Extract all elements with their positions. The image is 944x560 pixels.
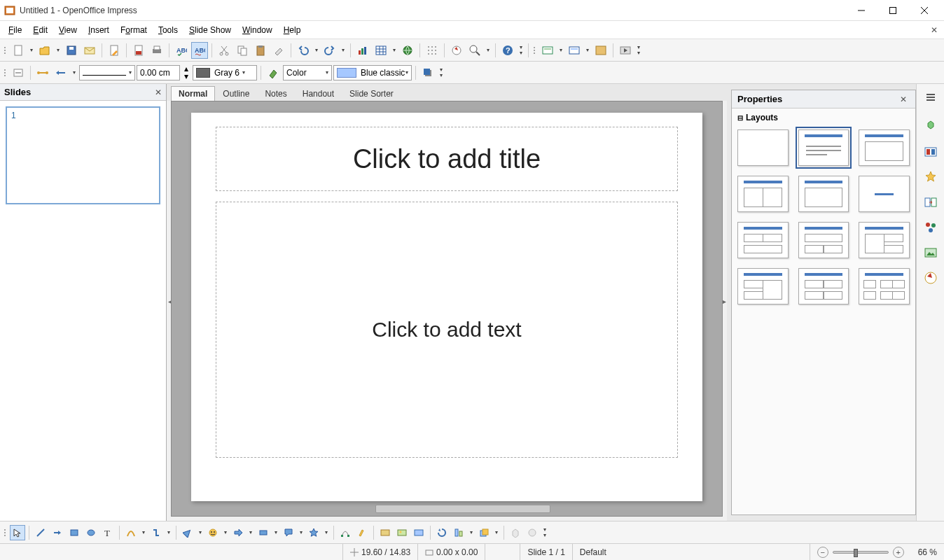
basic-shapes-button[interactable] bbox=[180, 525, 195, 540]
export-pdf-button[interactable] bbox=[130, 42, 147, 59]
arrow-ends-dropdown[interactable]: ▾ bbox=[71, 69, 78, 76]
status-template[interactable]: Default bbox=[573, 544, 810, 560]
layout-title-content[interactable] bbox=[798, 130, 849, 166]
ellipse-tool-button[interactable] bbox=[83, 525, 99, 540]
help-button[interactable]: ? bbox=[499, 42, 516, 59]
save-button[interactable] bbox=[63, 42, 80, 59]
hyperlink-button[interactable] bbox=[399, 42, 416, 59]
close-document-button[interactable]: ✕ bbox=[927, 21, 941, 38]
redo-dropdown[interactable]: ▾ bbox=[340, 47, 347, 53]
view-tab-sorter[interactable]: Slide Sorter bbox=[342, 86, 401, 102]
zoom-in-button[interactable]: + bbox=[893, 547, 904, 558]
stars-dropdown[interactable]: ▾ bbox=[323, 529, 330, 536]
slide-layout-button[interactable] bbox=[592, 42, 609, 59]
sidebar-styles-icon[interactable] bbox=[922, 218, 940, 237]
navigator-button[interactable] bbox=[448, 42, 465, 59]
fill-color-select[interactable]: Blue classic▾ bbox=[333, 65, 412, 80]
line-width-down[interactable]: ▾ bbox=[181, 73, 191, 80]
sidebar-navigator-icon[interactable] bbox=[922, 269, 940, 287]
toolbar-grip[interactable] bbox=[3, 47, 7, 54]
view-tab-notes[interactable]: Notes bbox=[257, 86, 294, 102]
points-button[interactable] bbox=[338, 525, 353, 540]
toolbar-overflow-3[interactable]: ▾▾ bbox=[438, 64, 445, 81]
table-button[interactable] bbox=[373, 42, 389, 59]
toolbar-grip-3[interactable] bbox=[3, 69, 7, 76]
slide-thumbnail[interactable]: 1 bbox=[6, 106, 160, 204]
rectangle-tool-button[interactable] bbox=[67, 525, 82, 540]
layout-title-only[interactable] bbox=[859, 130, 910, 166]
gallery-button[interactable] bbox=[411, 525, 426, 540]
content-placeholder[interactable]: Click to add text bbox=[216, 202, 678, 458]
slide-button[interactable] bbox=[539, 42, 556, 59]
open-dropdown[interactable]: ▾ bbox=[55, 47, 62, 53]
undo-dropdown[interactable]: ▾ bbox=[313, 47, 320, 53]
arrow-tool-button[interactable] bbox=[50, 525, 65, 540]
spellcheck-button[interactable]: ABC bbox=[173, 42, 190, 59]
undo-button[interactable] bbox=[295, 42, 312, 59]
layout-two-left-one-right[interactable] bbox=[737, 268, 789, 304]
slide-design-button[interactable] bbox=[566, 42, 583, 59]
sidebar-gallery-icon[interactable] bbox=[922, 244, 940, 262]
menu-insert[interactable]: Insert bbox=[83, 21, 115, 38]
format-paintbrush-button[interactable] bbox=[270, 42, 287, 59]
toolbar-grip-4[interactable] bbox=[3, 529, 7, 536]
line-style-select[interactable]: ▾ bbox=[79, 65, 135, 80]
sidebar-properties-icon[interactable] bbox=[922, 118, 940, 136]
area-style-button[interactable] bbox=[265, 64, 282, 81]
layout-one-over-two[interactable] bbox=[798, 222, 849, 258]
interaction-button[interactable] bbox=[525, 525, 540, 540]
symbol-shapes-button[interactable] bbox=[205, 525, 221, 540]
window-maximize-button[interactable] bbox=[877, 0, 908, 21]
email-button[interactable] bbox=[81, 42, 98, 59]
sidebar-custom-animation-icon[interactable] bbox=[922, 168, 940, 186]
view-tab-normal[interactable]: Normal bbox=[171, 86, 215, 102]
alignment-dropdown[interactable]: ▾ bbox=[468, 529, 475, 536]
callouts-button[interactable] bbox=[281, 525, 296, 540]
table-dropdown[interactable]: ▾ bbox=[391, 47, 398, 53]
menu-window[interactable]: Window bbox=[237, 21, 278, 38]
horizontal-scrollbar[interactable] bbox=[375, 505, 550, 513]
view-tab-outline[interactable]: Outline bbox=[215, 86, 257, 102]
layout-left-two-right[interactable] bbox=[859, 222, 910, 258]
rotate-button[interactable] bbox=[434, 525, 450, 540]
slide[interactable]: Click to add title Click to add text bbox=[191, 113, 702, 501]
zoom-slider[interactable] bbox=[833, 551, 889, 554]
connector-dropdown[interactable]: ▾ bbox=[165, 529, 172, 536]
layout-six-content[interactable] bbox=[859, 268, 910, 304]
callouts-dropdown[interactable]: ▾ bbox=[298, 529, 305, 536]
gluepoints-button[interactable] bbox=[354, 525, 370, 540]
layout-title-content-2[interactable] bbox=[798, 176, 849, 212]
properties-panel-close-button[interactable]: ✕ bbox=[897, 94, 910, 104]
menu-edit[interactable]: Edit bbox=[27, 21, 53, 38]
menu-tools[interactable]: Tools bbox=[153, 21, 183, 38]
window-close-button[interactable] bbox=[908, 0, 940, 21]
line-tool-button[interactable] bbox=[33, 525, 48, 540]
chart-button[interactable] bbox=[354, 42, 371, 59]
from-file-button[interactable] bbox=[394, 525, 410, 540]
symbol-shapes-dropdown[interactable]: ▾ bbox=[222, 529, 229, 536]
arrow-style-button[interactable] bbox=[10, 64, 27, 81]
title-placeholder[interactable]: Click to add title bbox=[216, 127, 678, 191]
arrange-button[interactable] bbox=[476, 525, 492, 540]
print-button[interactable] bbox=[148, 42, 165, 59]
sidebar-master-pages-icon[interactable] bbox=[922, 143, 940, 161]
redo-button[interactable] bbox=[321, 42, 338, 59]
layout-centered-text[interactable] bbox=[859, 176, 910, 212]
grid-button[interactable] bbox=[424, 42, 440, 59]
layout-two-over-one[interactable] bbox=[737, 222, 789, 258]
text-tool-button[interactable]: T bbox=[100, 525, 116, 540]
block-arrows-button[interactable] bbox=[230, 525, 246, 540]
layout-two-content[interactable] bbox=[737, 176, 789, 212]
presentation-button[interactable] bbox=[617, 42, 634, 59]
fill-mode-select[interactable]: Color▾ bbox=[283, 65, 332, 80]
select-tool-button[interactable] bbox=[10, 525, 25, 540]
paste-button[interactable] bbox=[252, 42, 269, 59]
toolbar-grip-2[interactable] bbox=[532, 47, 536, 54]
auto-spellcheck-button[interactable]: ABC bbox=[191, 42, 208, 59]
menu-file[interactable]: FileFile bbox=[3, 21, 27, 38]
layouts-section-header[interactable]: ⊟Layouts bbox=[732, 108, 915, 127]
flowchart-button[interactable] bbox=[256, 525, 271, 540]
toolbar-overflow-4[interactable]: ▾▾ bbox=[541, 524, 548, 541]
slide-dropdown[interactable]: ▾ bbox=[557, 47, 564, 53]
fontwork-button[interactable] bbox=[377, 525, 393, 540]
